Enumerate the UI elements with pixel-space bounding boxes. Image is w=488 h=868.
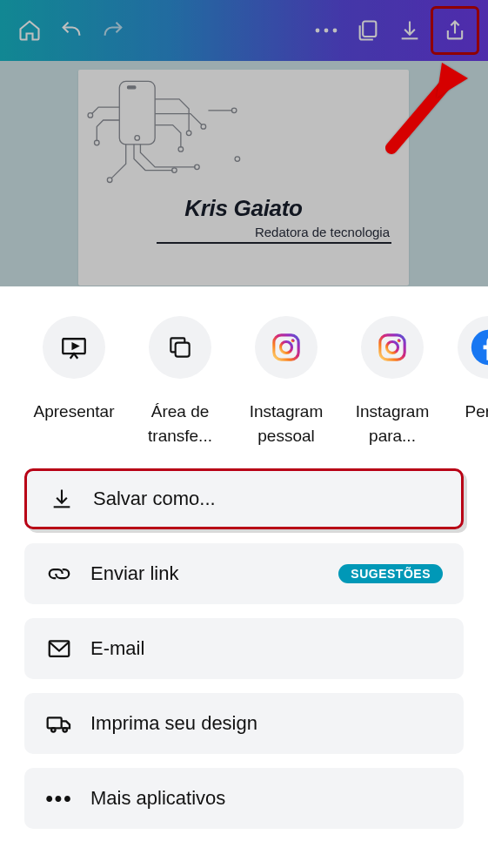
option-print[interactable]: Imprima seu design bbox=[24, 693, 464, 754]
share-sheet: Apresentar Área de transfe... Instagram … bbox=[0, 286, 488, 868]
option-save-as[interactable]: Salvar como... bbox=[24, 468, 464, 529]
svg-rect-27 bbox=[48, 717, 62, 728]
option-label: Mais aplicativos bbox=[90, 787, 443, 810]
svg-rect-22 bbox=[380, 335, 404, 360]
more-icon bbox=[314, 27, 338, 34]
tech-illustration bbox=[85, 75, 251, 188]
option-label: E-mail bbox=[90, 637, 443, 660]
download-button[interactable] bbox=[389, 10, 431, 51]
link-icon bbox=[45, 560, 73, 588]
svg-point-0 bbox=[316, 29, 320, 33]
svg-point-1 bbox=[324, 29, 329, 33]
pages-button[interactable] bbox=[347, 10, 389, 51]
copy-icon bbox=[166, 333, 194, 361]
share-button[interactable] bbox=[431, 6, 479, 55]
truck-icon bbox=[45, 710, 73, 737]
share-target-clipboard[interactable]: Área de transfe... bbox=[127, 316, 233, 447]
card-name: Kris Gaiato bbox=[78, 195, 409, 222]
svg-rect-18 bbox=[176, 343, 190, 357]
svg-rect-3 bbox=[363, 22, 376, 37]
option-label: Imprima seu design bbox=[90, 712, 443, 735]
present-icon bbox=[59, 333, 89, 362]
home-button[interactable] bbox=[9, 10, 50, 51]
option-email[interactable]: E-mail bbox=[24, 618, 464, 679]
svg-rect-19 bbox=[274, 335, 298, 360]
option-label: Enviar link bbox=[90, 562, 338, 585]
svg-point-20 bbox=[280, 341, 291, 353]
design-card[interactable]: Kris Gaiato Redatora de tecnologia bbox=[78, 70, 409, 286]
share-target-instagram-for[interactable]: Instagram para... bbox=[339, 316, 445, 447]
share-target-present[interactable]: Apresentar bbox=[21, 316, 127, 447]
share-target-label: Instagram para... bbox=[339, 400, 445, 447]
instagram-icon bbox=[271, 333, 301, 362]
option-label: Salvar como... bbox=[93, 488, 440, 510]
editor-top-region: Kris Gaiato Redatora de tecnologia bbox=[0, 0, 488, 286]
svg-rect-26 bbox=[50, 641, 70, 656]
share-target-instagram-personal[interactable]: Instagram pessoal bbox=[233, 316, 339, 447]
svg-point-16 bbox=[235, 157, 240, 162]
svg-point-21 bbox=[291, 339, 295, 342]
share-target-label: Per Face bbox=[445, 400, 488, 424]
more-icon: ••• bbox=[45, 784, 73, 812]
share-options-list: Salvar como... Enviar link SUGESTÕES E-m… bbox=[0, 447, 488, 829]
redo-button[interactable] bbox=[92, 10, 134, 51]
share-target-label: Instagram pessoal bbox=[233, 400, 339, 447]
svg-point-23 bbox=[386, 341, 398, 353]
download-icon bbox=[48, 485, 76, 513]
card-role: Redatora de tecnologia bbox=[78, 225, 390, 239]
instagram-icon bbox=[378, 333, 407, 362]
download-icon bbox=[398, 18, 422, 43]
more-button[interactable] bbox=[305, 10, 347, 51]
redo-icon bbox=[101, 18, 125, 43]
svg-point-10 bbox=[88, 113, 93, 118]
undo-button[interactable] bbox=[50, 10, 92, 51]
svg-point-2 bbox=[333, 29, 338, 33]
svg-rect-5 bbox=[128, 86, 136, 89]
share-target-label: Área de transfe... bbox=[127, 400, 233, 447]
svg-point-6 bbox=[135, 136, 140, 141]
suggestions-badge: SUGESTÕES bbox=[338, 564, 443, 583]
option-send-link[interactable]: Enviar link SUGESTÕES bbox=[24, 543, 464, 604]
home-icon bbox=[17, 18, 42, 43]
undo-icon bbox=[59, 18, 84, 43]
pages-icon bbox=[356, 18, 380, 43]
option-more-apps[interactable]: ••• Mais aplicativos bbox=[24, 768, 464, 829]
svg-point-28 bbox=[51, 728, 56, 732]
facebook-icon bbox=[470, 328, 488, 367]
share-icon bbox=[443, 18, 467, 43]
svg-point-8 bbox=[201, 124, 206, 130]
toolbar bbox=[0, 0, 488, 61]
share-target-label: Apresentar bbox=[21, 400, 127, 424]
svg-point-29 bbox=[63, 728, 67, 732]
email-icon bbox=[45, 635, 73, 663]
svg-point-14 bbox=[107, 178, 112, 183]
share-targets-row: Apresentar Área de transfe... Instagram … bbox=[0, 316, 488, 447]
card-underline bbox=[157, 242, 391, 244]
share-target-facebook-profile[interactable]: Per Face bbox=[445, 316, 488, 447]
svg-point-24 bbox=[398, 339, 401, 342]
